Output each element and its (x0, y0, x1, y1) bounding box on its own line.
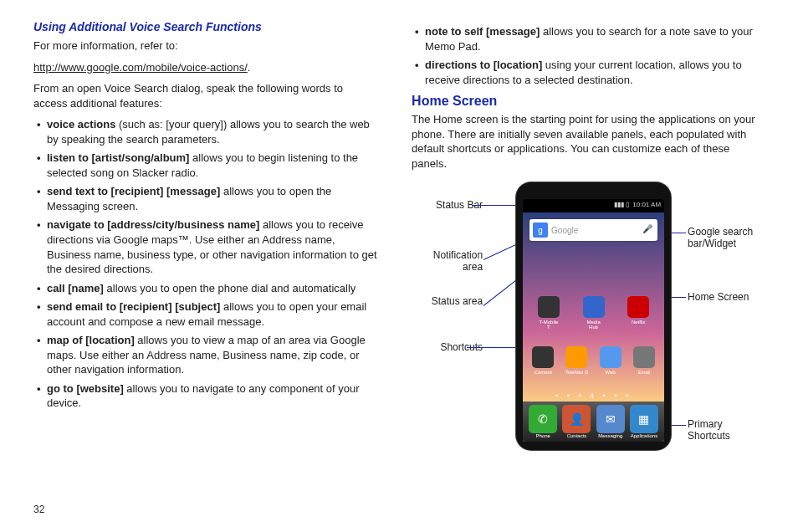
app-icon[interactable]: T-Mobile T (537, 296, 560, 330)
list-item: voice actions (such as: [your query]) al… (37, 117, 378, 146)
google-search-widget[interactable]: g Google 🎤 (529, 219, 657, 241)
right-column: note to self [message] allows you to sea… (412, 20, 765, 467)
voice-actions-list: voice actions (such as: [your query]) al… (37, 117, 378, 411)
list-item: send text to [recipient] [message] allow… (37, 184, 378, 213)
phone-frame: ▮▮▮ ▯ 10:01 AM g Google 🎤 T-Mobile TMedi… (516, 182, 671, 450)
dock-item[interactable]: ▦Applications (630, 405, 658, 438)
list-item: call [name] allows you to open the phone… (37, 281, 378, 296)
label-status-area: Status area (412, 295, 483, 307)
app-icon[interactable]: Email (632, 346, 656, 375)
app-icon[interactable]: Netflix (627, 296, 650, 330)
reference-link-para: http://www.google.com/mobile/voice-actio… (33, 60, 378, 75)
home-screen-diagram: Status Bar Notification area Status area… (412, 182, 765, 467)
callout-line (472, 205, 522, 206)
mic-icon[interactable]: 🎤 (642, 224, 654, 236)
status-bar: ▮▮▮ ▯ 10:01 AM (523, 199, 664, 212)
list-item: directions to [location] using your curr… (415, 58, 765, 87)
app-icon[interactable]: Camera (531, 346, 555, 375)
dock-item[interactable]: ✆Phone (529, 405, 557, 438)
section-heading: Home Screen (412, 94, 765, 109)
section-paragraph: The Home screen is the starting point fo… (412, 112, 765, 171)
label-notification-area: Notification area (412, 249, 483, 273)
dock: ✆Phone👤Contacts✉Messaging▦Applications (523, 402, 664, 442)
label-google-search: Google search bar/Widget (688, 226, 763, 249)
page-indicator: • • • 4 • • • (523, 391, 664, 400)
voice-actions-link[interactable]: http://www.google.com/mobile/voice-actio… (33, 61, 248, 74)
label-home-screen: Home Screen (688, 291, 763, 303)
list-item: listen to [artist/song/album] allows you… (37, 151, 378, 180)
app-icon[interactable]: Media Hub (582, 296, 606, 330)
list-item: send email to [recipient] [subject] allo… (37, 299, 378, 329)
app-row-2: CameraTeleNav GWebEmail (526, 346, 661, 375)
list-item: map of [location] allows you to view a m… (37, 333, 378, 377)
phone-screen: ▮▮▮ ▯ 10:01 AM g Google 🎤 T-Mobile TMedi… (523, 199, 664, 442)
list-item: navigate to [address/city/business name]… (37, 217, 378, 276)
app-icon[interactable]: TeleNav G (565, 346, 588, 375)
left-column: Using Additional Voice Search Functions … (33, 20, 378, 467)
dock-item[interactable]: ✉Messaging (596, 405, 625, 438)
clock: 10:01 AM (632, 201, 661, 208)
voice-actions-list-cont: note to self [message] allows you to sea… (415, 24, 765, 87)
list-item: note to self [message] allows you to sea… (415, 24, 765, 54)
list-item: go to [website] allows you to navigate t… (37, 381, 378, 411)
subsection-heading: Using Additional Voice Search Functions (33, 20, 378, 33)
app-row-1: T-Mobile TMedia HubNetflix (526, 296, 661, 330)
label-primary-shortcuts: Primary Shortcuts (688, 418, 763, 442)
app-icon[interactable]: Web (599, 346, 622, 375)
signal-icons: ▮▮▮ ▯ (614, 201, 629, 208)
search-placeholder: Google (551, 226, 642, 235)
dock-item[interactable]: 👤Contacts (562, 405, 591, 438)
intro-text: For more information, refer to: (33, 38, 378, 54)
google-g-icon: g (533, 223, 548, 238)
instruction-text: From an open Voice Search dialog, speak … (33, 81, 378, 110)
